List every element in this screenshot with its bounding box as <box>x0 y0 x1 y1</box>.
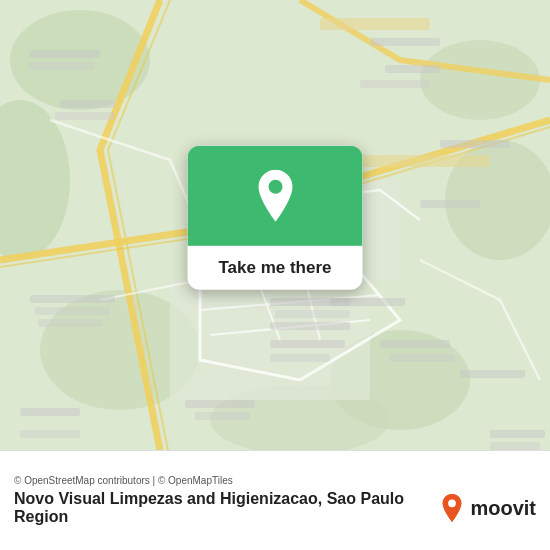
moovit-pin-icon <box>438 494 466 522</box>
svg-rect-10 <box>320 18 430 30</box>
pin-card-button-area[interactable]: Take me there <box>188 246 363 290</box>
svg-rect-25 <box>270 340 345 348</box>
svg-rect-28 <box>390 354 455 362</box>
svg-rect-38 <box>490 442 540 450</box>
svg-rect-35 <box>460 370 525 378</box>
svg-point-39 <box>268 180 282 194</box>
svg-point-1 <box>10 10 150 110</box>
svg-rect-22 <box>275 310 350 318</box>
svg-rect-32 <box>20 408 80 416</box>
bottom-bar: © OpenStreetMap contributors | © OpenMap… <box>0 450 550 550</box>
svg-rect-17 <box>385 65 440 73</box>
svg-rect-27 <box>380 340 450 348</box>
svg-rect-29 <box>30 295 115 303</box>
location-pin-icon <box>253 170 297 222</box>
take-me-there-button[interactable]: Take me there <box>204 258 347 278</box>
svg-rect-18 <box>360 80 430 88</box>
svg-rect-26 <box>270 354 330 362</box>
moovit-logo: moovit <box>438 494 536 522</box>
pin-card-top <box>188 146 363 246</box>
svg-rect-31 <box>38 319 103 327</box>
svg-rect-19 <box>440 140 510 148</box>
svg-rect-16 <box>370 38 440 46</box>
svg-rect-23 <box>330 298 405 306</box>
svg-rect-14 <box>60 100 115 108</box>
svg-rect-12 <box>30 50 100 58</box>
moovit-text: moovit <box>470 497 536 520</box>
map-container: Take me there <box>0 0 550 450</box>
map-attribution: © OpenStreetMap contributors | © OpenMap… <box>14 475 536 486</box>
svg-rect-37 <box>490 430 545 438</box>
svg-rect-20 <box>420 200 480 208</box>
svg-rect-30 <box>35 307 110 315</box>
svg-rect-11 <box>360 155 490 167</box>
svg-rect-33 <box>185 400 255 408</box>
svg-rect-24 <box>270 322 350 330</box>
location-title: Novo Visual Limpezas and Higienizacao, S… <box>14 490 438 526</box>
svg-rect-15 <box>55 112 115 120</box>
svg-rect-36 <box>20 430 80 438</box>
pin-card: Take me there <box>188 146 363 290</box>
svg-rect-34 <box>195 412 250 420</box>
svg-point-3 <box>420 40 540 120</box>
svg-point-40 <box>449 499 457 507</box>
svg-rect-13 <box>28 62 93 70</box>
